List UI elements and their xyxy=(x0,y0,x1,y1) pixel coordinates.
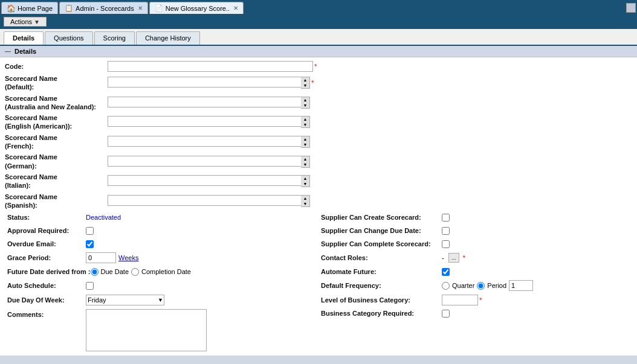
auto-schedule-row: Auto Schedule: Default Frequency: Quarte… xyxy=(5,278,632,293)
contact-roles-cell: Contact Roles: - ... * xyxy=(318,252,632,263)
scorecard-name-default-spinner: ▲ ▼ xyxy=(301,77,310,89)
spinner-down-spanish[interactable]: ▼ xyxy=(301,201,309,206)
spinner-up-german[interactable]: ▲ xyxy=(301,156,309,162)
scorecard-name-default-wrapper: ▲ ▼ xyxy=(108,77,310,89)
grace-period-cell: Grace Period: Weeks xyxy=(5,252,318,264)
scorecard-name-italian-label: Scorecard Name(Italian): xyxy=(5,173,108,190)
freq-period-radio[interactable] xyxy=(477,282,485,290)
level-biz-cat-required: * xyxy=(479,296,482,304)
spinner-up-english[interactable]: ▲ xyxy=(301,117,309,122)
scorecard-name-spanish-wrapper: ▲ ▼ xyxy=(108,195,310,207)
supplier-complete-checkbox[interactable] xyxy=(442,240,450,248)
collapse-icon[interactable]: — xyxy=(5,48,11,55)
spinner-down-italian[interactable]: ▼ xyxy=(301,181,309,187)
level-biz-cat-label: Level of Business Category: xyxy=(321,296,442,304)
actions-button[interactable]: Actions ▼ xyxy=(4,17,47,27)
tab-admin-scorecards[interactable]: 📋 Admin - Scorecards ✕ xyxy=(59,2,148,14)
due-day-select[interactable]: Friday Monday Tuesday Wednesday Thursday… xyxy=(86,295,164,305)
code-label: Code: xyxy=(5,62,108,71)
status-row: Status: Deactivated Supplier Can Create … xyxy=(5,211,632,224)
scorecard-name-french-label: Scorecard Name(French): xyxy=(5,133,108,151)
spinner-up-anz[interactable]: ▲ xyxy=(301,97,309,103)
scorecard-name-default-input[interactable] xyxy=(108,77,301,88)
future-date-label: Future Date derived from : xyxy=(7,267,91,276)
future-date-completion-radio[interactable] xyxy=(131,268,139,276)
tab-change-history[interactable]: Change History xyxy=(136,31,200,45)
future-date-completion-label: Completion Date xyxy=(141,268,191,275)
admin-scorecards-icon: 📋 xyxy=(65,4,73,13)
tab-change-history-label: Change History xyxy=(145,34,191,42)
scorecard-name-french-input[interactable] xyxy=(108,136,301,147)
tab-details[interactable]: Details xyxy=(4,31,44,45)
scorecard-name-german-spinner: ▲ ▼ xyxy=(301,156,310,168)
overdue-email-label: Overdue Email: xyxy=(7,240,86,248)
scorecard-name-anz-input[interactable] xyxy=(108,97,301,107)
content-tabs: Details Questions Scoring Change History xyxy=(0,29,637,46)
close-new-glossary[interactable]: ✕ xyxy=(233,5,238,11)
scorecard-name-english-spinner: ▲ ▼ xyxy=(301,116,310,128)
actions-dropdown-arrow: ▼ xyxy=(34,19,40,25)
spinner-down-french[interactable]: ▼ xyxy=(301,142,309,147)
overdue-cell: Overdue Email: xyxy=(5,239,318,249)
freq-quarter-label: Quarter xyxy=(452,282,474,289)
grace-period-label: Grace Period: xyxy=(7,254,86,262)
spinner-down-default[interactable]: ▼ xyxy=(301,83,309,88)
automate-future-checkbox[interactable] xyxy=(442,268,450,276)
freq-quarter-radio[interactable] xyxy=(442,282,450,290)
spinner-down-german[interactable]: ▼ xyxy=(301,162,309,167)
tab-scrollbar[interactable] xyxy=(626,3,636,13)
auto-schedule-label: Auto Schedule: xyxy=(7,281,86,290)
grace-period-input[interactable] xyxy=(86,252,116,263)
scorecard-name-italian-input[interactable] xyxy=(108,175,301,186)
close-admin-scorecards[interactable]: ✕ xyxy=(138,5,143,11)
contact-roles-label: Contact Roles: xyxy=(321,254,442,262)
scorecard-name-german-input[interactable] xyxy=(108,156,301,167)
supplier-create-checkbox[interactable] xyxy=(442,214,450,222)
tab-home[interactable]: 🏠 Home Page xyxy=(1,2,58,14)
spinner-up-italian[interactable]: ▲ xyxy=(301,176,309,181)
comments-cell: Comments: xyxy=(5,308,318,352)
overdue-email-checkbox[interactable] xyxy=(86,240,94,248)
approval-cell: Approval Required: xyxy=(5,226,318,235)
scorecard-name-german-row: Scorecard Name(German): ▲ ▼ xyxy=(5,152,632,171)
biz-cat-required-checkbox[interactable] xyxy=(442,310,450,318)
code-required: * xyxy=(314,63,317,70)
tab-new-glossary[interactable]: 📄 New Glossary Score.. ✕ xyxy=(149,2,244,14)
scorecard-name-english-input[interactable] xyxy=(108,116,301,127)
tab-questions[interactable]: Questions xyxy=(45,31,93,45)
approval-required-checkbox[interactable] xyxy=(86,227,94,235)
tab-bar: 🏠 Home Page 📋 Admin - Scorecards ✕ 📄 New… xyxy=(0,0,637,14)
grace-period-row: Grace Period: Weeks Contact Roles: - ...… xyxy=(5,251,632,265)
spinner-down-anz[interactable]: ▼ xyxy=(301,103,309,108)
home-icon: 🏠 xyxy=(7,4,15,13)
spinner-up-french[interactable]: ▲ xyxy=(301,136,309,142)
automate-future-label: Automate Future: xyxy=(321,267,442,276)
scorecard-name-english-label: Scorecard Name(English (American)): xyxy=(5,113,108,131)
contact-roles-row: - ... * xyxy=(442,253,465,263)
form-body: Code: * Scorecard Name(Default): ▲ ▼ * S… xyxy=(0,57,637,356)
auto-schedule-checkbox[interactable] xyxy=(86,282,94,290)
due-day-cell: Due Day Of Week: Friday Monday Tuesday W… xyxy=(5,294,318,306)
tab-admin-scorecards-label: Admin - Scorecards xyxy=(76,5,134,12)
tab-questions-label: Questions xyxy=(54,34,84,42)
comments-textarea[interactable] xyxy=(86,309,207,351)
scorecard-name-spanish-spinner: ▲ ▼ xyxy=(301,195,310,207)
code-input[interactable] xyxy=(108,61,313,72)
tab-scoring[interactable]: Scoring xyxy=(94,31,135,45)
spinner-up-default[interactable]: ▲ xyxy=(301,77,309,83)
status-value[interactable]: Deactivated xyxy=(86,214,121,221)
freq-period-label: Period xyxy=(487,282,506,289)
supplier-due-date-checkbox[interactable] xyxy=(442,227,450,235)
scorecard-name-spanish-input[interactable] xyxy=(108,195,301,206)
spinner-down-english[interactable]: ▼ xyxy=(301,122,309,127)
scorecard-name-anz-spinner: ▲ ▼ xyxy=(301,97,310,109)
future-date-row: Future Date derived from : Due Date Comp… xyxy=(5,265,632,278)
freq-value-input[interactable] xyxy=(509,280,533,291)
contact-roles-ellipsis[interactable]: ... xyxy=(448,253,459,263)
future-date-due-radio[interactable] xyxy=(91,268,99,276)
level-biz-cat-input[interactable] xyxy=(442,295,478,305)
default-freq-radio-group: Quarter Period xyxy=(442,280,533,291)
weeks-label[interactable]: Weeks xyxy=(118,254,138,261)
new-glossary-icon: 📄 xyxy=(155,4,163,13)
spinner-up-spanish[interactable]: ▲ xyxy=(301,196,309,201)
